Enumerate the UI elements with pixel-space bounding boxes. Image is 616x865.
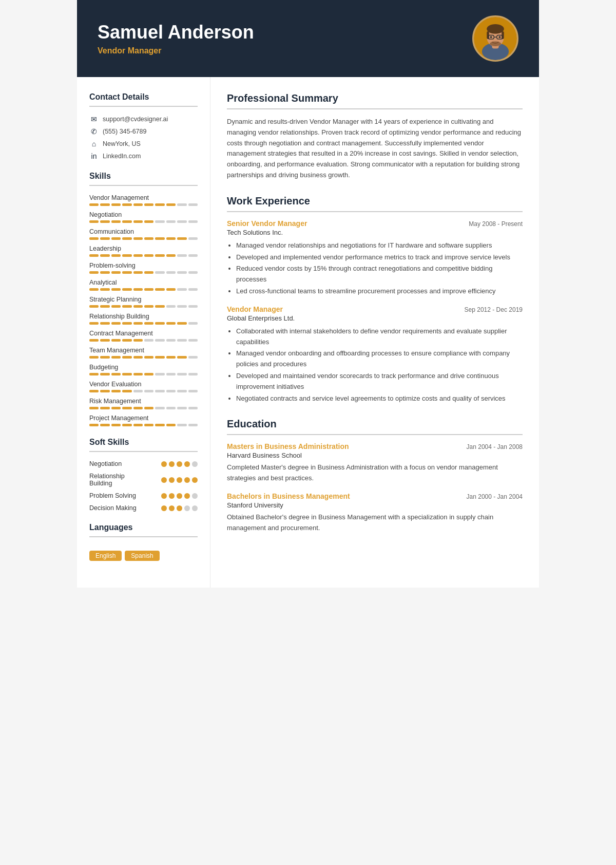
soft-skill-dot — [192, 461, 198, 467]
skills-divider — [89, 185, 198, 186]
skill-bar — [89, 339, 198, 342]
skill-segment — [89, 322, 99, 325]
skill-segment — [100, 356, 109, 359]
soft-skill-dots — [161, 505, 198, 511]
languages-divider — [89, 536, 198, 537]
skill-segment — [144, 373, 153, 375]
skill-segment — [111, 254, 121, 257]
skill-segment — [133, 424, 143, 426]
soft-skill-item: Problem Solving — [89, 492, 198, 499]
skill-segment — [166, 339, 176, 342]
skill-segment — [111, 203, 121, 206]
skill-segment — [122, 424, 131, 426]
language-tag: English — [89, 551, 122, 561]
skill-name-label: Leadership — [89, 245, 198, 252]
skill-segment — [188, 424, 198, 426]
education-title: Education — [227, 418, 523, 430]
edu-description: Obtained Bachelor's degree in Business M… — [227, 512, 523, 534]
job-bullet: Collaborated with internal stakeholders … — [236, 326, 523, 348]
skill-segment — [177, 203, 186, 206]
skill-segment — [122, 407, 131, 409]
skill-bar — [89, 220, 198, 223]
skill-segment — [177, 254, 186, 257]
skill-segment — [166, 407, 176, 409]
skill-segment — [188, 390, 198, 392]
work-experience-title: Work Experience — [227, 195, 523, 207]
skill-segment — [122, 339, 131, 342]
skill-item: Negotiation — [89, 211, 198, 223]
skill-segment — [89, 271, 99, 274]
skill-item: Relationship Building — [89, 313, 198, 325]
skill-segment — [122, 305, 131, 308]
skill-segment — [188, 407, 198, 409]
work-experience-section: Work Experience Senior Vendor ManagerMay… — [227, 195, 523, 404]
skill-bar — [89, 373, 198, 375]
language-tag: Spanish — [125, 551, 159, 561]
svg-point-10 — [490, 36, 492, 38]
skill-segment — [166, 288, 176, 291]
skill-segment — [155, 305, 164, 308]
skill-bar — [89, 237, 198, 240]
skill-segment — [100, 220, 109, 223]
soft-skill-dot — [161, 493, 167, 499]
skill-segment — [133, 254, 143, 257]
contact-divider — [89, 106, 198, 107]
skill-segment — [144, 254, 153, 257]
edu-school: Harvard Business School — [227, 452, 523, 459]
job-entry: Senior Vendor ManagerMay 2008 - PresentT… — [227, 219, 523, 297]
skill-bar — [89, 424, 198, 426]
soft-skill-name: Problem Solving — [89, 492, 136, 499]
skill-segment — [177, 237, 186, 240]
job-bullet: Managed vendor onboarding and offboardin… — [236, 348, 523, 370]
professional-summary-text: Dynamic and results-driven Vendor Manage… — [227, 117, 523, 181]
education-entry: Masters in Business AdministrationJan 20… — [227, 442, 523, 484]
skill-segment — [133, 220, 143, 223]
skill-segment — [111, 288, 121, 291]
skill-segment — [111, 339, 121, 342]
skill-segment — [155, 254, 164, 257]
skill-segment — [177, 356, 186, 359]
edu-school: Stanford University — [227, 501, 523, 509]
skill-segment — [166, 203, 176, 206]
job-bullets: Collaborated with internal stakeholders … — [227, 326, 523, 404]
skill-segment — [122, 237, 131, 240]
skill-segment — [122, 220, 131, 223]
skill-segment — [188, 203, 198, 206]
skill-segment — [89, 305, 99, 308]
job-entry: Vendor ManagerSep 2012 - Dec 2019Global … — [227, 305, 523, 404]
skill-segment — [177, 424, 186, 426]
soft-skill-name: Negotiation — [89, 460, 122, 467]
skill-segment — [122, 390, 131, 392]
job-bullet: Managed vendor relationships and negotia… — [236, 240, 523, 251]
skill-segment — [155, 220, 164, 223]
skill-segment — [166, 237, 176, 240]
skill-segment — [155, 271, 164, 274]
skill-item: Team Management — [89, 347, 198, 359]
soft-skill-dot — [161, 505, 167, 511]
skill-segment — [122, 271, 131, 274]
contact-phone: ✆ (555) 345-6789 — [89, 127, 198, 136]
skill-item: Communication — [89, 228, 198, 240]
skill-segment — [166, 271, 176, 274]
soft-skill-dot — [169, 461, 175, 467]
svg-point-4 — [487, 24, 504, 34]
skill-segment — [144, 390, 153, 392]
avatar — [472, 15, 518, 62]
skill-segment — [89, 373, 99, 375]
skill-segment — [144, 407, 153, 409]
work-divider — [227, 211, 523, 212]
soft-skill-dot — [161, 477, 167, 483]
soft-skill-name: Relationship Building — [89, 473, 141, 487]
soft-skill-dot — [177, 461, 182, 467]
skill-segment — [166, 254, 176, 257]
professional-summary-section: Professional Summary Dynamic and results… — [227, 92, 523, 181]
skill-segment — [122, 203, 131, 206]
svg-point-11 — [499, 36, 501, 38]
soft-skill-dot — [161, 461, 167, 467]
skill-segment — [89, 407, 99, 409]
skill-segment — [133, 407, 143, 409]
skill-segment — [89, 356, 99, 359]
skill-name-label: Project Management — [89, 415, 198, 422]
contact-section: Contact Details ✉ support@cvdesigner.ai … — [89, 92, 198, 160]
skill-segment — [100, 237, 109, 240]
